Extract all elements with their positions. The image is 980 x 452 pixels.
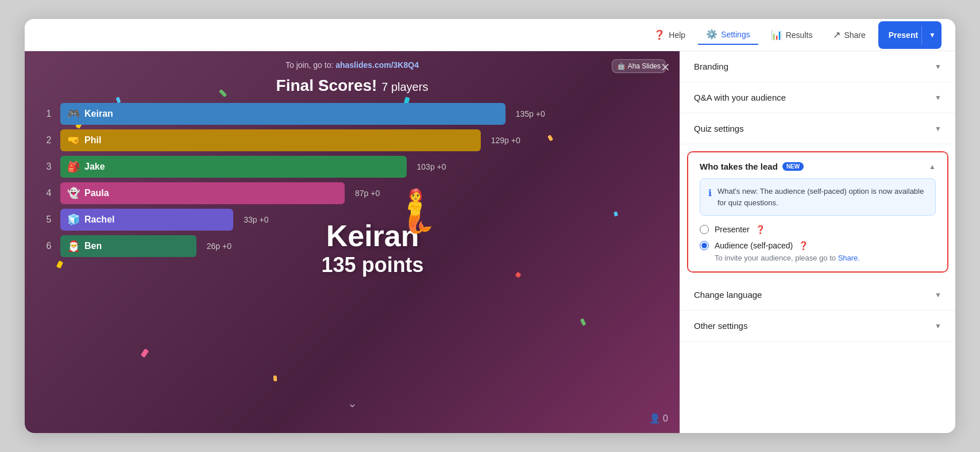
confetti	[580, 318, 587, 325]
user-count: 👤 0	[649, 413, 668, 424]
preview-inner: ✕ To join, go to: ahaslides.com/3K8Q4 🤖 …	[25, 51, 680, 433]
qa-header[interactable]: Q&A with your audience ▼	[680, 82, 955, 113]
info-box: ℹ What's new: The audience (self-paced) …	[700, 178, 936, 216]
lead-section-wrapper: Who takes the lead NEW ▲ ℹ What's new: T…	[680, 144, 955, 279]
score-bar-1: 🎮 Keiran	[60, 103, 506, 125]
present-label: Present	[889, 30, 920, 40]
presenter-label: Presenter	[715, 225, 750, 234]
new-badge: NEW	[782, 162, 804, 171]
share-icon: ↗	[833, 29, 840, 40]
confetti	[141, 348, 149, 358]
help-presenter-icon[interactable]: ❓	[755, 225, 765, 234]
score-bar-5: 🧊 Rachel	[60, 209, 233, 231]
quiz-label: Quiz settings	[694, 124, 744, 133]
branding-header[interactable]: Branding ▼	[680, 51, 955, 82]
info-icon: ℹ	[708, 186, 712, 208]
help-audience-icon[interactable]: ❓	[798, 241, 808, 250]
chevron-up-icon: ▲	[929, 163, 936, 171]
scroll-down-icon[interactable]: ⌄	[348, 396, 357, 410]
score-bar-4: 👻 Paula	[60, 182, 345, 204]
present-arrow-icon[interactable]: ▼	[923, 31, 942, 39]
confetti	[515, 271, 521, 278]
chevron-down-icon: ▼	[935, 63, 942, 71]
settings-button[interactable]: ⚙️ Settings	[698, 25, 758, 45]
invite-text-label: To invite your audience, please go to	[715, 254, 836, 262]
audience-option: Audience (self-paced) ❓	[700, 241, 936, 250]
score-bar-6: 🎅 Ben	[60, 235, 196, 257]
lead-section: Who takes the lead NEW ▲ ℹ What's new: T…	[687, 151, 948, 273]
branding-label: Branding	[694, 62, 728, 71]
invite-text: To invite your audience, please go to Sh…	[715, 254, 936, 262]
other-settings-header[interactable]: Other settings ▼	[680, 311, 955, 341]
confetti	[273, 376, 277, 381]
other-settings-label: Other settings	[694, 321, 747, 331]
settings-panel: Branding ▼ Q&A with your audience ▼ Quiz…	[680, 51, 955, 433]
players-count: 7 players	[381, 81, 428, 93]
close-button[interactable]: ✕	[661, 60, 670, 74]
join-url: ahaslides.com/3K8Q4	[335, 60, 419, 70]
table-row: 2 🤜 Phil 129p +0	[43, 129, 661, 151]
other-settings-section: Other settings ▼	[680, 311, 955, 342]
score-bar-2: 🤜 Phil	[60, 129, 481, 151]
language-header[interactable]: Change language ▼	[680, 279, 955, 310]
help-icon: ❓	[654, 29, 665, 40]
chevron-down-icon: ▼	[935, 94, 942, 102]
app-container: ❓ Help ⚙️ Settings 📊 Results ↗ Share Pre…	[25, 19, 955, 433]
overlay-popup: Keiran 135 points 🧜	[322, 219, 424, 277]
final-scores-text: Final Scores!	[276, 76, 377, 94]
audience-label: Audience (self-paced)	[715, 241, 793, 250]
table-row: 1 🎮 Keiran 135p +0	[43, 103, 661, 125]
language-label: Change language	[694, 290, 762, 300]
present-divider	[921, 26, 922, 44]
aha-icon: 🤖	[617, 62, 626, 70]
chevron-down-icon: ▼	[935, 322, 942, 330]
table-row: 4 👻 Paula 87p +0	[43, 182, 661, 204]
lead-content: ℹ What's new: The audience (self-paced) …	[688, 178, 947, 271]
score-bar-3: 🎒 Jake	[60, 156, 407, 178]
preview-panel: ✕ To join, go to: ahaslides.com/3K8Q4 🤖 …	[25, 51, 680, 433]
user-icon: 👤	[649, 413, 661, 424]
chevron-down-icon: ▼	[935, 291, 942, 299]
main-content: ✕ To join, go to: ahaslides.com/3K8Q4 🤖 …	[25, 51, 955, 433]
lead-title: Who takes the lead NEW	[700, 162, 804, 171]
present-button[interactable]: Present ▼	[878, 21, 942, 49]
audience-radio[interactable]	[700, 241, 709, 250]
quiz-section: Quiz settings ▼	[680, 113, 955, 144]
results-icon: 📊	[771, 29, 782, 40]
table-row: 3 🎒 Jake 103p +0	[43, 156, 661, 178]
qa-section: Q&A with your audience ▼	[680, 82, 955, 113]
results-button[interactable]: 📊 Results	[763, 25, 821, 44]
lead-label: Who takes the lead	[700, 162, 778, 171]
share-button[interactable]: ↗ Share	[825, 25, 873, 44]
join-prefix: To join, go to:	[285, 60, 333, 70]
language-section: Change language ▼	[680, 279, 955, 311]
user-count-value: 0	[663, 413, 668, 424]
preview-top: To join, go to: ahaslides.com/3K8Q4 🤖 Ah…	[25, 51, 680, 74]
overlay-points: 135 points	[322, 253, 424, 277]
qa-label: Q&A with your audience	[694, 93, 786, 102]
quiz-header[interactable]: Quiz settings ▼	[680, 113, 955, 144]
share-link[interactable]: Share.	[838, 254, 860, 262]
presenter-radio[interactable]	[700, 225, 709, 234]
lead-header[interactable]: Who takes the lead NEW ▲	[688, 152, 947, 178]
presenter-option: Presenter ❓	[700, 225, 936, 234]
branding-section: Branding ▼	[680, 51, 955, 82]
aha-badge: 🤖 Aha Slides	[612, 59, 666, 73]
settings-icon: ⚙️	[706, 29, 717, 40]
chevron-down-icon: ▼	[935, 125, 942, 133]
help-button[interactable]: ❓ Help	[646, 25, 693, 44]
lead-info-text: What's new: The audience (self-paced) op…	[717, 186, 927, 208]
overlay-character: 🧜	[389, 190, 441, 231]
top-bar: ❓ Help ⚙️ Settings 📊 Results ↗ Share Pre…	[25, 19, 955, 51]
preview-title: Final Scores! 7 players	[25, 74, 680, 97]
